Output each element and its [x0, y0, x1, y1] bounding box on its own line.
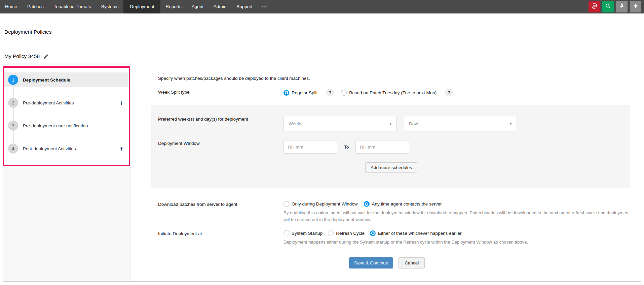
- radio-label: Only during Deployment Window: [292, 201, 358, 207]
- preferred-week-day-row: Preferred week(s) and day(s) for deploym…: [151, 116, 630, 131]
- radio-unselected-icon[interactable]: [283, 201, 289, 207]
- days-dropdown-value: Days: [409, 121, 419, 126]
- step-pre-deployment-activities[interactable]: 2 Pre-deployment Activities +: [4, 95, 129, 110]
- search-icon: [605, 3, 611, 11]
- download-helper-text: By enabling this option, agent will not …: [283, 210, 630, 223]
- edit-policy-name-icon[interactable]: [43, 54, 49, 59]
- step-label: Deployment Schedule: [23, 77, 70, 83]
- cancel-button[interactable]: Cancel: [399, 257, 425, 268]
- rocket-icon: [618, 3, 625, 11]
- initiate-deployment-label: Initiate Deployment at: [151, 230, 283, 236]
- radio-label: System Startup: [292, 231, 323, 236]
- step-number-badge: 4: [8, 144, 18, 154]
- weeks-dropdown-value: Weeks: [289, 121, 302, 126]
- initiate-deployment-row: Initiate Deployment at System Startup Re…: [151, 230, 630, 246]
- radio-selected-icon[interactable]: [283, 90, 289, 96]
- nav-item-tenable-threats[interactable]: Tenable.io Threats: [49, 0, 96, 13]
- radio-either-earlier[interactable]: Either of these whichever happens earlie…: [370, 230, 461, 236]
- initiate-helper-text: Deployment happens either during the Sys…: [283, 239, 528, 246]
- radio-unselected-icon[interactable]: [283, 230, 289, 236]
- whats-new-button[interactable]: [616, 1, 628, 12]
- radio-label: Refresh Cycle: [336, 231, 365, 236]
- preferred-week-day-label: Preferred week(s) and day(s) for deploym…: [151, 116, 283, 122]
- radio-any-time-agent-contacts[interactable]: Any time agent contacts the server: [364, 201, 442, 207]
- window-end-time-input[interactable]: [355, 140, 409, 154]
- window-to-label: To: [344, 145, 349, 150]
- window-start-time-input[interactable]: [283, 140, 337, 154]
- steps-sidebar: 1 Deployment Schedule 2 Pre-deployment A…: [3, 63, 130, 281]
- radio-label: Regular Split: [292, 90, 317, 95]
- save-continue-button[interactable]: Save & Continue: [349, 257, 393, 268]
- add-more-schedules-button[interactable]: Add more schedules: [365, 162, 417, 173]
- radio-refresh-cycle[interactable]: Refresh Cycle: [328, 230, 365, 236]
- search-button[interactable]: [602, 1, 614, 12]
- step-number-badge: 1: [8, 75, 18, 85]
- top-nav: Home Patches Tenable.io Threats Systems …: [0, 0, 644, 13]
- step-number-badge: 2: [8, 98, 18, 108]
- quick-actions-button[interactable]: [630, 1, 641, 12]
- add-icon[interactable]: +: [119, 99, 123, 106]
- nav-icon-tray: [589, 0, 644, 13]
- step-number-badge: 3: [8, 121, 18, 131]
- nav-item-agent[interactable]: Agent: [187, 0, 209, 13]
- radio-selected-icon[interactable]: [364, 201, 370, 207]
- radio-unselected-icon[interactable]: [341, 90, 347, 96]
- nav-item-systems[interactable]: Systems: [96, 0, 124, 13]
- step-label: Pre-deployment Activities: [23, 100, 74, 105]
- radio-label: Either of these whichever happens earlie…: [378, 231, 461, 236]
- deployment-window-row: Deployment Window To: [151, 140, 630, 154]
- download-patches-row: Download patches from server to agent On…: [151, 201, 630, 223]
- radio-only-during-window[interactable]: Only during Deployment Window: [283, 201, 358, 207]
- radio-selected-icon[interactable]: [370, 230, 376, 236]
- step-label: Post-deployment Activities: [23, 146, 76, 151]
- step-label: Pre-deployment user notification: [23, 123, 88, 128]
- schedule-panel: Preferred week(s) and day(s) for deploym…: [151, 105, 630, 188]
- deployment-window-label: Deployment Window: [151, 140, 283, 146]
- nav-item-reports[interactable]: Reports: [160, 0, 186, 13]
- nav-item-support[interactable]: Support: [231, 0, 257, 13]
- page-header: Deployment Policies: [0, 13, 644, 41]
- nav-item-deployment[interactable]: Deployment: [123, 0, 160, 13]
- page-title: Deployment Policies: [4, 29, 640, 35]
- radio-unselected-icon[interactable]: [328, 230, 334, 236]
- policy-name: My Policy 3458: [4, 53, 40, 59]
- radio-label: Any time agent contacts the server: [372, 201, 442, 207]
- nav-item-patches[interactable]: Patches: [22, 0, 49, 13]
- step-connector-line: [13, 80, 14, 149]
- shield-icon: [591, 3, 598, 11]
- help-icon[interactable]: ?: [445, 89, 453, 96]
- security-shield-button[interactable]: [589, 1, 600, 12]
- radio-regular-split[interactable]: Regular Split: [283, 90, 317, 96]
- help-icon[interactable]: ?: [326, 89, 334, 96]
- step-pre-deployment-user-notification[interactable]: 3 Pre-deployment user notification: [4, 118, 129, 133]
- steps-highlight-panel: 1 Deployment Schedule 2 Pre-deployment A…: [3, 66, 130, 166]
- radio-label: Based on Patch Tuesday (Tue to next Mon): [349, 90, 437, 95]
- policy-content: 1 Deployment Schedule 2 Pre-deployment A…: [3, 63, 641, 282]
- radio-system-startup[interactable]: System Startup: [283, 230, 323, 236]
- nav-item-admin[interactable]: Admin: [209, 0, 231, 13]
- weeks-dropdown[interactable]: Weeks ▾: [283, 116, 396, 131]
- week-split-row: Week Split type Regular Split ? Based on…: [151, 89, 630, 96]
- form-actions: Save & Continue Cancel: [349, 257, 630, 268]
- week-split-label: Week Split type: [151, 89, 283, 95]
- chevron-down-icon: ▾: [389, 121, 391, 126]
- title-divider: [4, 41, 640, 41]
- lightning-icon: [632, 3, 639, 11]
- form-intro-text: Specify when patches/packages should be …: [151, 76, 630, 81]
- policy-name-row: My Policy 3458: [4, 53, 640, 59]
- deployment-schedule-form: Specify when patches/packages should be …: [130, 63, 641, 281]
- step-post-deployment-activities[interactable]: 4 Post-deployment Activities +: [4, 141, 129, 156]
- add-icon[interactable]: +: [119, 145, 123, 152]
- step-deployment-schedule[interactable]: 1 Deployment Schedule: [4, 72, 129, 87]
- radio-patch-tuesday[interactable]: Based on Patch Tuesday (Tue to next Mon): [341, 90, 437, 96]
- more-menu-icon[interactable]: •••: [258, 0, 272, 13]
- nav-item-home[interactable]: Home: [0, 0, 22, 13]
- chevron-down-icon: ▾: [510, 121, 512, 126]
- days-dropdown[interactable]: Days ▾: [404, 116, 517, 131]
- add-schedules-row: Add more schedules: [151, 162, 630, 173]
- download-patches-label: Download patches from server to agent: [151, 201, 283, 207]
